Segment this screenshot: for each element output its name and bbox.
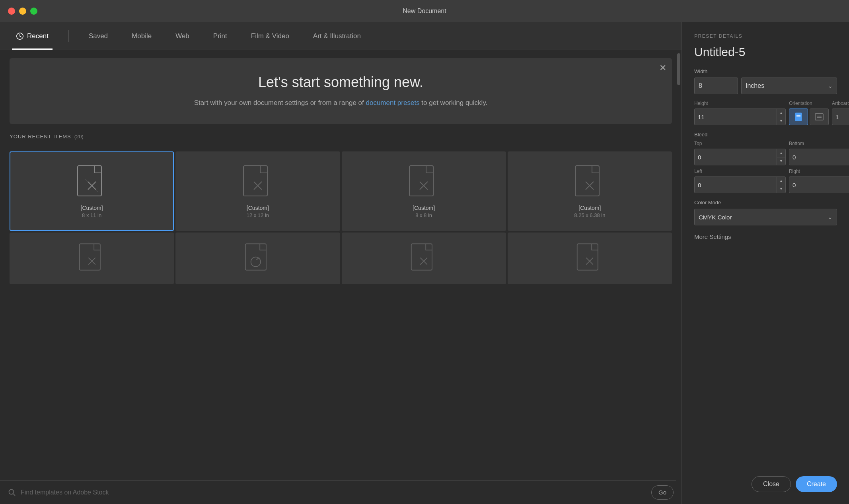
grid-item-2[interactable]: [Custom] 8 x 8 in — [342, 151, 506, 231]
left-panel: Recent Saved Mobile Web Print Film & Vid… — [0, 22, 682, 504]
color-mode-dropdown[interactable]: CMYK Color ⌄ — [694, 209, 837, 225]
bottom-label: Bottom — [789, 141, 849, 146]
tab-web[interactable]: Web — [171, 22, 193, 50]
bleed-left-col: Left ▲ ▼ — [694, 169, 786, 193]
tab-film-video[interactable]: Film & Video — [247, 22, 293, 50]
window-title: New Document — [403, 8, 446, 15]
preset-details-label: PRESET DETAILS — [694, 33, 837, 39]
doc-icon-5 — [244, 242, 272, 274]
item-label-0: [Custom] — [81, 205, 103, 211]
bleed-left-input[interactable] — [695, 177, 777, 193]
color-mode-value: CMYK Color — [699, 214, 732, 221]
color-mode-label: Color Mode — [694, 200, 837, 205]
app-body: Recent Saved Mobile Web Print Film & Vid… — [0, 22, 849, 504]
tab-mobile[interactable]: Mobile — [128, 22, 156, 50]
svg-rect-20 — [411, 244, 432, 270]
scroll-thumb[interactable] — [677, 53, 680, 85]
search-input[interactable] — [21, 489, 646, 496]
bleed-section: Bleed Top ▲ ▼ — [694, 132, 837, 193]
orientation-group — [789, 109, 829, 125]
tab-print[interactable]: Print — [209, 22, 231, 50]
height-input-group: ▲ ▼ — [694, 109, 786, 125]
bleed-top-decrement[interactable]: ▼ — [777, 157, 785, 165]
width-input[interactable] — [694, 78, 738, 94]
height-increment[interactable]: ▲ — [777, 109, 785, 117]
tab-divider — [68, 30, 69, 42]
bleed-bottom-input[interactable] — [789, 149, 849, 165]
item-label-3: [Custom] — [578, 205, 601, 211]
close-traffic-light[interactable] — [8, 8, 15, 15]
bleed-bottom-col: Bottom ▲ ▼ — [789, 141, 849, 165]
doc-icon-0 — [76, 164, 108, 201]
traffic-lights — [8, 8, 37, 15]
color-mode-chevron-icon: ⌄ — [828, 213, 833, 221]
recent-count: (20) — [74, 134, 84, 140]
svg-rect-23 — [577, 244, 598, 270]
right-panel: PRESET DETAILS Untitled-5 Width Inches ⌄… — [682, 22, 849, 504]
create-button[interactable]: Create — [796, 476, 837, 492]
scroll-track[interactable] — [676, 50, 682, 504]
bleed-right-col: Right ▲ ▼ — [789, 169, 849, 193]
doc-icon-4 — [78, 242, 106, 274]
bleed-top-increment[interactable]: ▲ — [777, 149, 785, 157]
tab-recent[interactable]: Recent — [12, 22, 53, 50]
artboards-label: Artboards — [832, 101, 849, 106]
height-label: Height — [694, 101, 786, 106]
svg-rect-5 — [243, 166, 267, 196]
grid-item-1[interactable]: [Custom] 12 x 12 in — [175, 151, 340, 231]
svg-rect-14 — [79, 244, 100, 270]
height-decrement[interactable]: ▼ — [777, 117, 785, 125]
hero-banner: ✕ Let's start something new. Start with … — [10, 58, 672, 124]
bleed-left-decrement[interactable]: ▼ — [777, 185, 785, 193]
landscape-button[interactable] — [810, 109, 829, 125]
bleed-top-col: Top ▲ ▼ — [694, 141, 786, 165]
bleed-top-steppers: ▲ ▼ — [777, 149, 785, 165]
color-mode-section: Color Mode CMYK Color ⌄ — [694, 200, 837, 225]
doc-icon-2 — [408, 164, 440, 201]
bleed-left-steppers: ▲ ▼ — [777, 177, 785, 193]
svg-line-27 — [13, 494, 15, 496]
item-size-2: 8 x 8 in — [415, 212, 432, 218]
item-size-3: 8.25 x 6.38 in — [574, 212, 605, 218]
item-label-2: [Custom] — [413, 205, 435, 211]
doc-icon-6 — [410, 242, 438, 274]
bleed-left-increment[interactable]: ▲ — [777, 177, 785, 185]
doc-icon-3 — [574, 164, 606, 201]
grid-item-4[interactable] — [10, 233, 174, 284]
bleed-top-input[interactable] — [695, 149, 777, 165]
width-row: Inches ⌄ — [694, 78, 837, 94]
tab-saved[interactable]: Saved — [85, 22, 112, 50]
artboards-input[interactable] — [832, 109, 849, 125]
orientation-col: Orientation — [789, 101, 829, 125]
doc-icon-1 — [242, 164, 274, 201]
bleed-left-right: Left ▲ ▼ Right — [694, 169, 849, 193]
fullscreen-traffic-light[interactable] — [30, 8, 37, 15]
bleed-right-input[interactable] — [789, 177, 849, 193]
width-label: Width — [694, 68, 837, 74]
tab-art-illustration[interactable]: Art & Illustration — [309, 22, 365, 50]
hero-close-button[interactable]: ✕ — [659, 64, 666, 72]
grid-item-6[interactable] — [342, 233, 506, 284]
grid-item-7[interactable] — [508, 233, 672, 284]
tab-bar: Recent Saved Mobile Web Print Film & Vid… — [0, 22, 682, 50]
clock-icon — [16, 32, 24, 40]
minimize-traffic-light[interactable] — [19, 8, 26, 15]
unit-dropdown[interactable]: Inches ⌄ — [741, 78, 837, 94]
document-presets-link[interactable]: document presets — [366, 99, 419, 107]
title-bar: New Document — [0, 0, 849, 22]
bleed-left-group: ▲ ▼ — [694, 176, 786, 193]
item-label-1: [Custom] — [247, 205, 269, 211]
more-settings-link[interactable]: More Settings — [694, 233, 837, 240]
unit-value: Inches — [746, 82, 764, 89]
grid-item-0[interactable]: [Custom] 8 x 11 in — [10, 151, 174, 231]
recent-section-label: YOUR RECENT ITEMS — [10, 134, 71, 140]
portrait-button[interactable] — [789, 109, 808, 125]
height-input[interactable] — [695, 109, 777, 125]
grid-item-5[interactable] — [175, 233, 340, 284]
close-button[interactable]: Close — [752, 476, 791, 492]
svg-rect-31 — [815, 114, 823, 120]
grid-item-3[interactable]: [Custom] 8.25 x 6.38 in — [508, 151, 672, 231]
right-label: Right — [789, 169, 849, 174]
go-button[interactable]: Go — [651, 485, 674, 500]
item-size-1: 12 x 12 in — [247, 212, 269, 218]
